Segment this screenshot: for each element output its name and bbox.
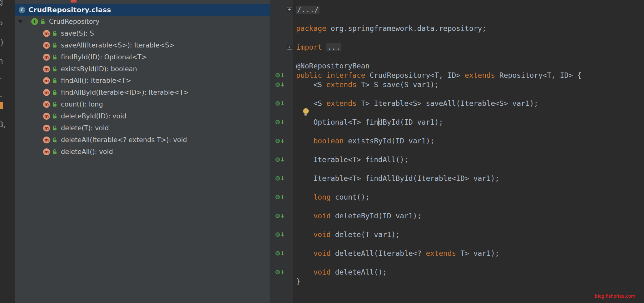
implemented-marker-icon[interactable]: ↓ [275, 232, 285, 237]
tree-item-method[interactable]: mfindAll(): Iterable<T> [15, 75, 270, 87]
code-token [296, 212, 313, 220]
code-line[interactable]: <S extends T> S save(S var1); [293, 80, 644, 89]
code-line[interactable]: /.../ [293, 5, 644, 14]
implemented-marker-icon[interactable]: ↓ [275, 269, 285, 275]
public-visibility-icon [52, 31, 57, 36]
implemented-marker-icon[interactable]: ↓ [275, 194, 285, 200]
gutter-row: ↓ [270, 99, 293, 108]
code-token: <S [296, 99, 326, 107]
implemented-marker-icon[interactable]: ↓ [275, 176, 285, 181]
fold-expand-icon[interactable]: + [287, 7, 292, 12]
public-visibility-icon [52, 78, 57, 83]
code-line[interactable]: void deleteById(ID var1); [293, 211, 644, 221]
tree-item-label: save(S): S [61, 30, 94, 37]
implemented-marker-icon[interactable]: ↓ [275, 82, 285, 87]
tree-item-method[interactable]: mdelete(T): void [15, 122, 270, 134]
code-line[interactable]: void deleteAll(); [293, 267, 644, 277]
gutter-row [270, 277, 293, 286]
implemented-marker-icon[interactable]: ↓ [275, 101, 285, 106]
code-line[interactable]: long count(); [293, 192, 644, 202]
code-token [322, 43, 326, 51]
code-line[interactable]: void deleteAll(Iterable<? extends T> var… [293, 249, 644, 258]
toolwindow-label-fragment: F [0, 92, 2, 101]
code-area: /.../package org.springframework.data.re… [293, 5, 644, 286]
structure-header[interactable]: C CrudRepository.class [15, 4, 270, 16]
tree-item-label: CrudRepository [49, 18, 100, 25]
code-line[interactable] [293, 221, 644, 230]
implemented-marker-icon[interactable]: ↓ [275, 213, 285, 219]
code-line[interactable] [293, 146, 644, 155]
tree-item-method[interactable]: msave(S): S [15, 27, 270, 39]
tree-item-interface[interactable]: ICrudRepository [15, 16, 270, 27]
code-token: extends [326, 81, 357, 89]
public-visibility-icon [52, 66, 57, 72]
code-line[interactable]: public interface CrudRepository<T, ID> e… [293, 71, 644, 80]
public-visibility-icon [52, 137, 57, 143]
code-token [296, 268, 313, 276]
code-line[interactable]: Iterable<T> findAllById(Iterable<ID> var… [293, 174, 644, 183]
method-icon: m [43, 125, 50, 132]
structure-header-title: CrudRepository.class [28, 6, 111, 14]
gutter-row: ↓ [270, 249, 293, 258]
gutter-row: ↓ [270, 192, 293, 202]
gutter-row: ↓ [270, 71, 293, 80]
code-line[interactable]: } [293, 277, 644, 286]
implemented-marker-icon[interactable]: ↓ [275, 157, 285, 162]
code-line[interactable] [293, 108, 644, 117]
tree-item-method[interactable]: mfindById(ID): Optional<T> [15, 51, 270, 63]
tree-item-method[interactable]: mdeleteAll(): void [15, 146, 270, 158]
code-token: deleteAll(Iterable<? [331, 249, 426, 257]
code-line[interactable]: void delete(T var1); [293, 230, 644, 239]
code-token: } [296, 277, 300, 286]
code-token [296, 249, 313, 257]
implemented-marker-icon[interactable]: ↓ [275, 119, 285, 125]
method-icon: m [43, 101, 50, 108]
code-editor[interactable]: /.../package org.springframework.data.re… [293, 0, 644, 303]
code-line[interactable]: package org.springframework.data.reposit… [293, 24, 644, 33]
code-line[interactable]: import ... [293, 42, 644, 52]
code-line[interactable] [293, 127, 644, 136]
public-visibility-icon [52, 42, 57, 48]
fold-expand-icon[interactable]: + [287, 45, 292, 50]
structure-panel: C CrudRepository.class ICrudRepositoryms… [15, 0, 270, 303]
implemented-marker-icon[interactable]: ↓ [275, 251, 285, 256]
code-line[interactable]: <S extends T> Iterable<S> saveAll(Iterab… [293, 99, 644, 108]
code-token: deleteAll(); [331, 268, 387, 276]
tree-item-label: findById(ID): Optional<T> [61, 53, 147, 61]
code-token: void [313, 249, 330, 257]
code-line[interactable] [293, 258, 644, 267]
code-line[interactable]: Optional<T> findById(ID var1); [293, 117, 644, 127]
tree-item-method[interactable]: mfindAllById(Iterable<ID>): Iterable<T> [15, 87, 270, 98]
tree-item-method[interactable]: msaveAll(Iterable<S>): Iterable<S> [15, 39, 270, 51]
tree-item-method[interactable]: mdeleteAll(Iterable<? extends T>): void [15, 134, 270, 146]
public-visibility-icon [52, 102, 57, 107]
code-token: CrudRepository<T, ID> [365, 71, 465, 79]
code-line[interactable] [293, 202, 644, 211]
bulb-glass [303, 108, 309, 114]
code-token: <S [296, 81, 326, 89]
implemented-marker-icon[interactable]: ↓ [275, 138, 285, 144]
code-line[interactable] [293, 14, 644, 24]
code-token: package [296, 24, 326, 32]
implemented-marker-icon[interactable]: ↓ [275, 72, 285, 78]
gutter-row: ↓ [270, 174, 293, 183]
tree-item-method[interactable]: mcount(): long [15, 98, 270, 110]
collapse-arrow-icon[interactable] [18, 20, 23, 23]
code-line[interactable] [293, 239, 644, 249]
code-token: ... [326, 43, 341, 51]
code-line[interactable] [293, 33, 644, 42]
gutter-row [270, 221, 293, 230]
code-line[interactable]: Iterable<T> findAll(); [293, 155, 644, 164]
intention-bulb-icon[interactable] [302, 108, 309, 116]
tree-item-method[interactable]: mexistsById(ID): boolean [15, 63, 270, 75]
code-line[interactable] [293, 89, 644, 99]
code-line[interactable]: boolean existsById(ID var1); [293, 136, 644, 146]
code-token: delete(T var1); [331, 231, 400, 239]
code-token: Iterable<T> findAll(); [296, 156, 409, 164]
code-line[interactable] [293, 164, 644, 174]
code-line[interactable]: @NoRepositoryBean [293, 61, 644, 71]
tree-item-method[interactable]: mdeleteById(ID): void [15, 110, 270, 122]
code-line[interactable] [293, 183, 644, 192]
code-line[interactable] [293, 52, 644, 61]
code-token: T> var1); [456, 249, 499, 257]
